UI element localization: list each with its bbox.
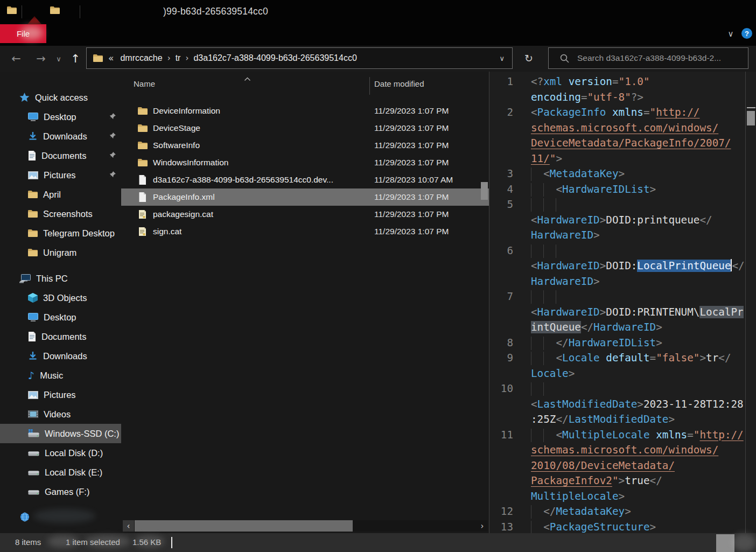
sidebar-section-this-pc[interactable]: This PC bbox=[0, 269, 121, 288]
sidebar-item-local-disk-d[interactable]: Local Disk (D:) bbox=[0, 443, 121, 463]
code-row[interactable]: 11/"> bbox=[489, 151, 756, 167]
code-text bbox=[531, 381, 556, 397]
code-token: xml bbox=[543, 75, 562, 88]
sidebar-item-telegram-desktop[interactable]: Telegram Desktop bbox=[0, 223, 121, 243]
sidebar-item-pictures[interactable]: Pictures bbox=[0, 165, 121, 185]
code-row[interactable]: <HardwareID>DOID:LocalPrintQueue</ bbox=[489, 258, 756, 274]
code-rows[interactable]: 1<?xml version="1.0"encoding="utf-8"?>2<… bbox=[489, 72, 756, 533]
code-row[interactable]: HardwareID> bbox=[489, 228, 756, 243]
code-text: encoding="utf-8"?> bbox=[531, 90, 643, 106]
sidebar-item-screenshots[interactable]: Screenshots bbox=[0, 204, 121, 223]
ribbon-collapse-button[interactable]: ∨ bbox=[724, 27, 738, 41]
breadcrumb-item-tr[interactable]: tr bbox=[176, 53, 181, 63]
scroll-left-arrow-icon[interactable]: ‹ bbox=[123, 520, 134, 532]
file-row-d3a162c7-a388-4099-b63d-265639514cc0-dev[interactable]: d3a162c7-a388-4099-b63d-265639514cc0.dev… bbox=[121, 171, 489, 188]
sidebar-item-downloads[interactable]: Downloads bbox=[0, 346, 121, 366]
file-row-deviceinformation[interactable]: DeviceInformation11/29/2023 1:07 PM bbox=[121, 102, 489, 120]
code-row[interactable]: PackageInfov2">true</ bbox=[489, 473, 756, 489]
breadcrumb-item-dmrccache[interactable]: dmrccache bbox=[120, 53, 162, 63]
search-box[interactable] bbox=[548, 47, 748, 69]
code-row[interactable]: MultipleLocale> bbox=[489, 489, 756, 505]
forward-button[interactable]: → bbox=[31, 46, 51, 72]
file-list-vertical-scrollbar-thumb[interactable] bbox=[481, 182, 488, 200]
help-button[interactable]: ? bbox=[741, 28, 752, 39]
file-tab[interactable]: File bbox=[0, 24, 46, 43]
column-divider[interactable] bbox=[369, 77, 370, 95]
up-button[interactable]: ↑ bbox=[66, 46, 85, 72]
editor-vertical-scrollbar-thumb[interactable] bbox=[747, 111, 755, 125]
code-row[interactable]: 4 <HardwareIDList> bbox=[489, 182, 756, 198]
sidebar-item-games-f[interactable]: Games (F:) bbox=[0, 482, 121, 501]
sidebar-item-pictures[interactable]: Pictures bbox=[0, 385, 121, 404]
sidebar-item-label: Desktop bbox=[44, 112, 76, 122]
recent-locations-button[interactable]: ∨ bbox=[53, 46, 65, 72]
drive-icon bbox=[28, 469, 39, 476]
sidebar-item-documents[interactable]: Documents bbox=[0, 327, 121, 346]
file-row-packageinfo-xml[interactable]: PackageInfo.xml11/29/2023 1:07 PM bbox=[121, 188, 489, 206]
file-row-softwareinfo[interactable]: SoftwareInfo11/29/2023 1:07 PM bbox=[121, 137, 489, 154]
code-row[interactable]: HardwareID> bbox=[489, 274, 756, 290]
sidebar-item-april[interactable]: April bbox=[0, 185, 121, 204]
quick-access-folder-icon[interactable] bbox=[50, 6, 60, 16]
code-row[interactable]: Locale> bbox=[489, 366, 756, 382]
address-bar[interactable]: « dmrccache›tr›d3a162c7-a388-4099-b63d-2… bbox=[86, 47, 513, 69]
folder-icon bbox=[28, 191, 38, 198]
quick-access-folder-icon[interactable] bbox=[7, 6, 17, 16]
line-number: 10 bbox=[489, 381, 513, 397]
sidebar-item-3d-objects[interactable]: 3D Objects bbox=[0, 288, 121, 308]
sidebar-item-downloads[interactable]: Downloads bbox=[0, 127, 121, 146]
file-row-devicestage[interactable]: DeviceStage11/29/2023 1:07 PM bbox=[121, 120, 489, 137]
column-header-name[interactable]: Name bbox=[134, 79, 155, 88]
code-row[interactable]: encoding="utf-8"?> bbox=[489, 90, 756, 106]
code-row[interactable]: DeviceMetadata/PackageInfo/2007/ bbox=[489, 136, 756, 151]
sidebar-item-windows-ssd-c[interactable]: Windows-SSD (C:) bbox=[0, 424, 121, 443]
file-row-packagesign-cat[interactable]: packagesign.cat11/29/2023 1:07 PM bbox=[121, 206, 489, 223]
code-row[interactable]: <LastModifiedDate>2023-11-28T12:28 bbox=[489, 397, 756, 413]
code-row[interactable]: <HardwareID>DOID:PRINTENUM\LocalPr bbox=[489, 305, 756, 320]
back-button[interactable]: ← bbox=[6, 46, 26, 72]
code-row[interactable]: <HardwareID>DOID:printqueue</ bbox=[489, 213, 756, 228]
code-row[interactable]: 2<PackageInfo xmlns="http:// bbox=[489, 105, 756, 121]
code-row[interactable]: schemas.microsoft.com/windows/ bbox=[489, 121, 756, 136]
horizontal-scrollbar-thumb[interactable] bbox=[135, 520, 353, 532]
sidebar-section-network[interactable] bbox=[0, 507, 121, 527]
sidebar-item-documents[interactable]: Documents bbox=[0, 146, 121, 165]
code-row[interactable]: 6 bbox=[489, 243, 756, 259]
sidebar-section-quick-access[interactable]: Quick access bbox=[0, 88, 121, 107]
sidebar-item-unigram[interactable]: Unigram bbox=[0, 243, 121, 262]
code-row[interactable]: intQueue</HardwareID> bbox=[489, 320, 756, 336]
code-text: <Locale default="false">tr</ bbox=[531, 351, 731, 366]
code-row[interactable]: 12 </MetadataKey> bbox=[489, 504, 756, 520]
sidebar-item-videos[interactable]: Videos bbox=[0, 404, 121, 424]
code-row[interactable]: 9 <Locale default="false">tr</ bbox=[489, 351, 756, 366]
scroll-right-arrow-icon[interactable]: › bbox=[477, 520, 488, 532]
code-row[interactable]: 8 </HardwareIDList> bbox=[489, 336, 756, 351]
breadcrumb-overflow-chevrons[interactable]: « bbox=[108, 53, 114, 64]
code-row[interactable]: 1<?xml version="1.0" bbox=[489, 74, 756, 90]
address-dropdown-chevron-icon[interactable]: ∨ bbox=[499, 54, 505, 62]
code-row[interactable]: 13 <PackageStructure> bbox=[489, 520, 756, 534]
code-row[interactable]: schemas.microsoft.com/windows/ bbox=[489, 443, 756, 458]
refresh-button[interactable]: ↻ bbox=[518, 47, 540, 69]
drive-windows-icon bbox=[28, 429, 39, 438]
code-row[interactable]: 7 bbox=[489, 289, 756, 305]
sidebar-item-desktop[interactable]: Desktop bbox=[0, 107, 121, 127]
breadcrumb-item-d3a162c7-a388-4099-b63d-265639514cc0[interactable]: d3a162c7-a388-4099-b63d-265639514cc0 bbox=[193, 53, 356, 63]
code-row[interactable]: 2010/08/DeviceMetadata/ bbox=[489, 458, 756, 474]
file-row-windowsinformation[interactable]: WindowsInformation11/29/2023 1:07 PM bbox=[121, 154, 489, 171]
column-header-date-modified[interactable]: Date modified bbox=[374, 79, 424, 88]
sidebar-item-local-disk-e[interactable]: Local Disk (E:) bbox=[0, 463, 121, 482]
code-row[interactable]: 11 <MultipleLocale xmlns="http:// bbox=[489, 428, 756, 443]
code-editor[interactable]: 1<?xml version="1.0"encoding="utf-8"?>2<… bbox=[489, 72, 756, 533]
code-row[interactable]: :25Z</LastModifiedDate> bbox=[489, 412, 756, 428]
scrollbar-corner-box bbox=[716, 534, 734, 552]
file-row-sign-cat[interactable]: sign.cat11/29/2023 1:07 PM bbox=[121, 223, 489, 240]
code-row[interactable]: 3 <MetadataKey> bbox=[489, 166, 756, 182]
code-row[interactable]: 10 bbox=[489, 381, 756, 397]
code-token: Locale bbox=[531, 367, 569, 380]
sidebar-item-desktop[interactable]: Desktop bbox=[0, 308, 121, 327]
file-list-horizontal-scrollbar[interactable]: ‹ › bbox=[123, 520, 488, 532]
code-row[interactable]: 5 bbox=[489, 197, 756, 213]
search-input[interactable] bbox=[576, 53, 748, 64]
sidebar-item-music[interactable]: ♪Music bbox=[0, 366, 121, 385]
